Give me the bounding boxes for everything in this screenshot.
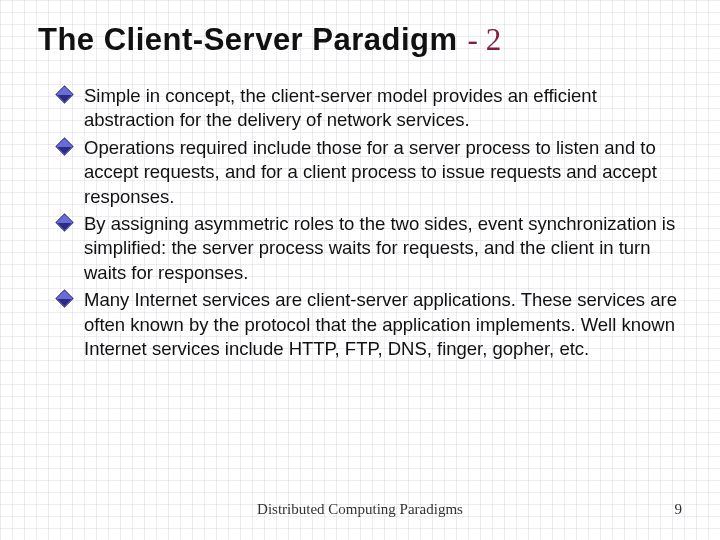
bullet-list: Simple in concept, the client-server mod… — [38, 84, 682, 361]
slide-title-suffix: - 2 — [468, 22, 502, 58]
list-item: By assigning asymmetric roles to the two… — [58, 212, 682, 285]
footer-text: Distributed Computing Paradigms — [0, 501, 720, 518]
diamond-bullet-icon — [55, 137, 73, 155]
slide-title-row: The Client-Server Paradigm - 2 — [38, 22, 682, 58]
diamond-bullet-icon — [55, 290, 73, 308]
bullet-text: Simple in concept, the client-server mod… — [84, 85, 597, 130]
list-item: Operations required include those for a … — [58, 136, 682, 209]
list-item: Many Internet services are client-server… — [58, 288, 682, 361]
slide: The Client-Server Paradigm - 2 Simple in… — [0, 0, 720, 540]
bullet-text: Many Internet services are client-server… — [84, 289, 677, 359]
page-number: 9 — [675, 501, 683, 518]
bullet-text: Operations required include those for a … — [84, 137, 657, 207]
slide-title-main: The Client-Server Paradigm — [38, 22, 458, 58]
bullet-text: By assigning asymmetric roles to the two… — [84, 213, 675, 283]
diamond-bullet-icon — [55, 85, 73, 103]
list-item: Simple in concept, the client-server mod… — [58, 84, 682, 133]
diamond-bullet-icon — [55, 213, 73, 231]
